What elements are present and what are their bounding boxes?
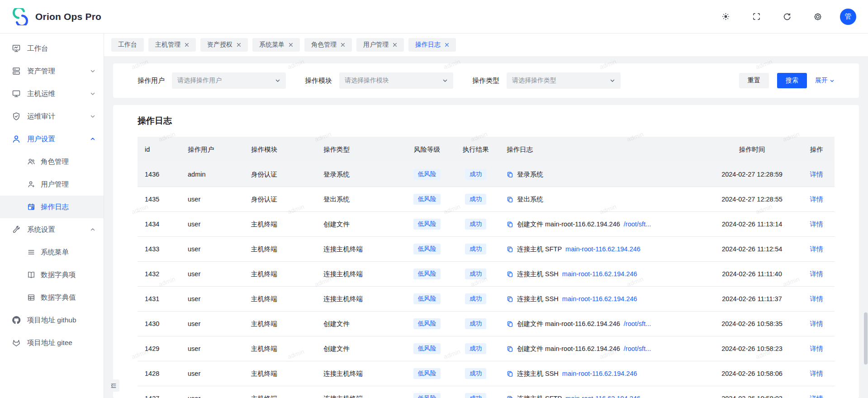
tab-role-management[interactable]: 角色管理 (304, 38, 352, 52)
sidebar-item-ops-audit[interactable]: 运维审计 (0, 105, 104, 128)
sidebar-item-system-menu[interactable]: 系统菜单 (0, 241, 104, 264)
cell-module: 主机终端 (244, 336, 316, 361)
detail-link[interactable]: 详情 (810, 345, 823, 352)
close-icon[interactable] (289, 43, 293, 47)
result-badge: 成功 (465, 318, 486, 329)
tab-label: 角色管理 (311, 41, 337, 49)
fullscreen-icon[interactable] (748, 8, 765, 25)
operation-user-select[interactable]: 请选择操作用户 (172, 72, 286, 89)
user-add-icon (27, 180, 35, 188)
tab-label: 工作台 (118, 41, 137, 49)
tab-asset-authorization[interactable]: 资产授权 (200, 38, 248, 52)
log-link[interactable]: main-root-116.62.194.246 (565, 245, 640, 253)
cell-module: 主机终端 (244, 386, 316, 398)
cell-module: 身份认证 (244, 187, 316, 212)
result-badge: 成功 (465, 244, 486, 254)
detail-link[interactable]: 详情 (810, 370, 823, 377)
risk-badge: 低风险 (413, 244, 441, 254)
log-link[interactable]: /root/sft... (624, 221, 651, 228)
select-placeholder: 请选择操作模块 (345, 77, 389, 85)
sidebar-item-role-management[interactable]: 角色管理 (0, 150, 104, 173)
copy-icon[interactable] (507, 171, 513, 178)
sidebar-item-label: 操作日志 (41, 202, 69, 212)
close-icon[interactable] (237, 43, 241, 47)
tab-user-management[interactable]: 用户管理 (356, 38, 404, 52)
log-text: 创建文件 main-root-116.62.194.246 (517, 345, 620, 353)
tab-host-management[interactable]: 主机管理 (148, 38, 196, 52)
copy-icon[interactable] (507, 321, 513, 327)
copy-icon[interactable] (507, 271, 513, 278)
operation-type-select[interactable]: 请选择操作类型 (507, 72, 621, 89)
col-header-module: 操作模块 (244, 137, 316, 162)
top-bar: Orion Ops Pro 管 (0, 0, 868, 34)
chevron-down-icon (275, 78, 280, 83)
cell-id: 1434 (138, 212, 180, 237)
sidebar-item-workbench[interactable]: 工作台 (0, 37, 104, 60)
refresh-icon[interactable] (778, 8, 796, 25)
log-link[interactable]: main-root-116.62.194.246 (562, 270, 637, 278)
server-icon (12, 67, 21, 76)
settings-gear-icon[interactable] (809, 8, 826, 25)
reset-button[interactable]: 重置 (739, 73, 769, 88)
log-link[interactable]: main-root-116.62.194.246 (565, 395, 640, 398)
tab-operation-log[interactable]: 操作日志 (408, 38, 456, 52)
tab-workbench[interactable]: 工作台 (111, 38, 144, 52)
detail-link[interactable]: 详情 (810, 221, 823, 228)
chevron-down-icon (610, 78, 615, 83)
search-button[interactable]: 搜索 (777, 73, 807, 88)
copy-icon[interactable] (507, 370, 513, 377)
sidebar-item-user-settings[interactable]: 用户设置 (0, 128, 104, 150)
cell-user: user (180, 336, 244, 361)
log-link[interactable]: /root/sft... (624, 345, 651, 352)
operation-module-select[interactable]: 请选择操作模块 (339, 72, 453, 89)
copy-icon[interactable] (507, 296, 513, 302)
col-header-id: id (138, 137, 180, 162)
theme-toggle-icon[interactable] (717, 8, 734, 25)
sidebar-item-label: 主机运维 (27, 89, 55, 99)
cell-user: user (180, 312, 244, 336)
sidebar-item-operation-log[interactable]: 操作日志 (0, 196, 104, 218)
detail-link[interactable]: 详情 (810, 270, 823, 278)
scrollbar-thumb[interactable] (864, 312, 868, 364)
cell-id: 1431 (138, 287, 180, 312)
expand-toggle[interactable]: 展开 (815, 77, 835, 85)
close-icon[interactable] (393, 43, 397, 47)
sidebar-item-gitee-link[interactable]: 项目地址 gitee (0, 331, 104, 354)
copy-icon[interactable] (507, 246, 513, 253)
user-avatar[interactable]: 管 (840, 9, 856, 25)
log-link[interactable]: /root/sft... (624, 320, 651, 327)
close-icon[interactable] (445, 43, 449, 47)
cell-type: 连接主机终端 (316, 237, 402, 262)
cell-type: 连接主机终端 (316, 361, 402, 386)
sidebar-item-system-settings[interactable]: 系统设置 (0, 218, 104, 241)
log-link[interactable]: main-root-116.62.194.246 (562, 295, 637, 302)
copy-icon[interactable] (507, 395, 513, 398)
users-icon (27, 158, 35, 166)
detail-link[interactable]: 详情 (810, 395, 823, 398)
copy-icon[interactable] (507, 221, 513, 228)
close-icon[interactable] (185, 43, 189, 47)
detail-link[interactable]: 详情 (810, 295, 823, 302)
detail-link[interactable]: 详情 (810, 245, 823, 253)
sidebar-collapse-button[interactable] (107, 379, 119, 392)
detail-link[interactable]: 详情 (810, 320, 823, 327)
cell-module: 主机终端 (244, 212, 316, 237)
sidebar-item-host-ops[interactable]: 主机运维 (0, 82, 104, 105)
close-icon[interactable] (341, 43, 345, 47)
detail-link[interactable]: 详情 (810, 171, 823, 178)
cell-time: 2024-02-27 12:28:59 (706, 162, 798, 187)
cell-type: 创建文件 (316, 212, 402, 237)
panel-title: 操作日志 (138, 115, 835, 127)
sidebar-item-user-management[interactable]: 用户管理 (0, 173, 104, 196)
copy-icon[interactable] (507, 345, 513, 352)
sidebar-item-label: 数据字典项 (41, 270, 76, 280)
sidebar-item-github-link[interactable]: 项目地址 github (0, 309, 104, 331)
detail-link[interactable]: 详情 (810, 196, 823, 203)
sidebar-item-dict-item[interactable]: 数据字典项 (0, 264, 104, 286)
sidebar-item-dict-value[interactable]: 数据字典值 (0, 286, 104, 309)
tab-system-menu[interactable]: 系统菜单 (252, 38, 300, 52)
log-link[interactable]: main-root-116.62.194.246 (562, 370, 637, 377)
sidebar-item-assets[interactable]: 资产管理 (0, 60, 104, 82)
dashboard-icon (12, 44, 21, 53)
copy-icon[interactable] (507, 196, 513, 203)
